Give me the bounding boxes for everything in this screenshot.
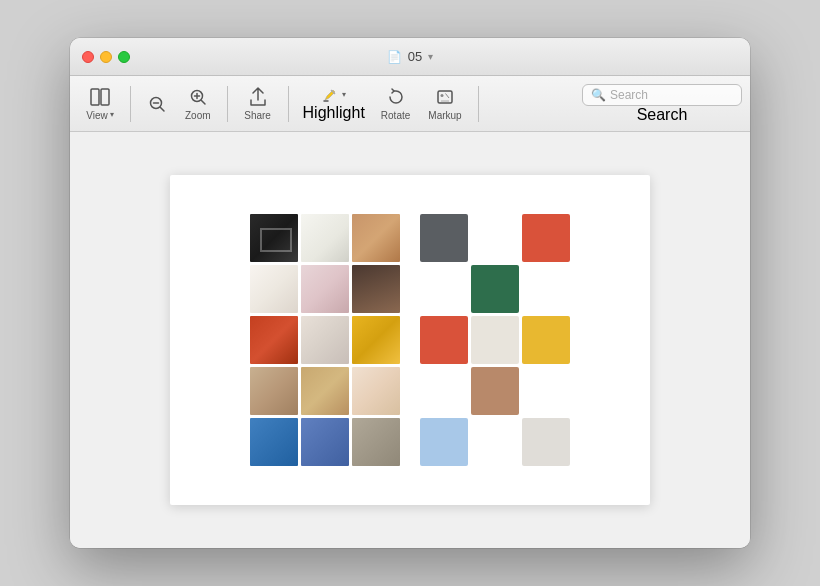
- highlight-label: Highlight: [303, 104, 365, 122]
- view-button[interactable]: View ▾: [78, 82, 122, 125]
- view-dropdown-icon: ▾: [110, 110, 114, 119]
- search-input[interactable]: [610, 88, 733, 102]
- photo-13: [250, 418, 298, 466]
- search-input-wrapper[interactable]: 🔍: [582, 84, 742, 106]
- content-area: [70, 132, 750, 548]
- rotate-icon: [387, 86, 405, 108]
- color-9: [522, 316, 570, 364]
- svg-rect-1: [101, 89, 109, 105]
- color-15: [522, 418, 570, 466]
- svg-point-10: [440, 94, 443, 97]
- photo-9: [352, 316, 400, 364]
- view-icon: [90, 86, 110, 108]
- color-6-empty: [522, 265, 570, 313]
- photo-1: [250, 214, 298, 262]
- markup-label: Markup: [428, 110, 461, 121]
- photo-11: [301, 367, 349, 415]
- title-chevron-icon: ▾: [428, 51, 433, 62]
- color-13: [420, 418, 468, 466]
- markup-button[interactable]: Markup: [420, 82, 469, 125]
- rotate-label: Rotate: [381, 110, 410, 121]
- separator-2: [227, 86, 228, 122]
- color-4-empty: [420, 265, 468, 313]
- separator-3: [288, 86, 289, 122]
- svg-rect-0: [91, 89, 99, 105]
- search-icon: 🔍: [591, 88, 606, 102]
- maximize-button[interactable]: [118, 51, 130, 63]
- photo-4: [250, 265, 298, 313]
- close-button[interactable]: [82, 51, 94, 63]
- markup-icon: [436, 86, 454, 108]
- svg-line-6: [201, 101, 205, 105]
- traffic-lights: [82, 51, 130, 63]
- photo-15: [352, 418, 400, 466]
- color-8: [471, 316, 519, 364]
- photo-12: [352, 367, 400, 415]
- photo-6: [352, 265, 400, 313]
- search-box: 🔍 Search: [582, 84, 742, 124]
- search-label: Search: [637, 106, 688, 124]
- share-icon: [249, 86, 267, 108]
- photo-5: [301, 265, 349, 313]
- share-button[interactable]: Share: [236, 82, 280, 125]
- view-label: View: [86, 110, 108, 121]
- color-10-empty: [420, 367, 468, 415]
- photo-8: [301, 316, 349, 364]
- color-1: [420, 214, 468, 262]
- photo-14: [301, 418, 349, 466]
- toolbar: View ▾: [70, 76, 750, 132]
- separator-4: [478, 86, 479, 122]
- svg-line-12: [445, 94, 449, 99]
- main-window: 📄 05 ▾ View ▾: [70, 38, 750, 548]
- zoom-out-button[interactable]: [139, 89, 175, 119]
- photo-2: [301, 214, 349, 262]
- color-2-empty: [471, 214, 519, 262]
- title-doc-icon: 📄: [387, 50, 402, 64]
- document-page: [170, 175, 650, 505]
- color-3: [522, 214, 570, 262]
- photo-10: [250, 367, 298, 415]
- highlight-icon-group: ▾: [321, 86, 346, 104]
- share-label: Share: [244, 110, 271, 121]
- color-palette-grid: [420, 214, 570, 466]
- photo-7: [250, 316, 298, 364]
- color-7: [420, 316, 468, 364]
- svg-line-3: [161, 107, 165, 111]
- zoom-in-icon: [189, 86, 207, 108]
- color-11: [471, 367, 519, 415]
- rotate-button[interactable]: Rotate: [373, 82, 418, 125]
- photo-3: [352, 214, 400, 262]
- zoom-label: Zoom: [185, 110, 211, 121]
- color-12-empty: [522, 367, 570, 415]
- color-5: [471, 265, 519, 313]
- highlight-button[interactable]: ▾ Highlight: [297, 82, 371, 126]
- titlebar-center: 📄 05 ▾: [387, 49, 433, 64]
- zoom-in-button[interactable]: Zoom: [177, 82, 219, 125]
- window-title: 05: [408, 49, 422, 64]
- highlight-dropdown-icon: ▾: [342, 90, 346, 99]
- minimize-button[interactable]: [100, 51, 112, 63]
- color-14-empty: [471, 418, 519, 466]
- separator-1: [130, 86, 131, 122]
- titlebar: 📄 05 ▾: [70, 38, 750, 76]
- zoom-out-icon: [148, 93, 166, 115]
- photo-grid: [250, 214, 400, 466]
